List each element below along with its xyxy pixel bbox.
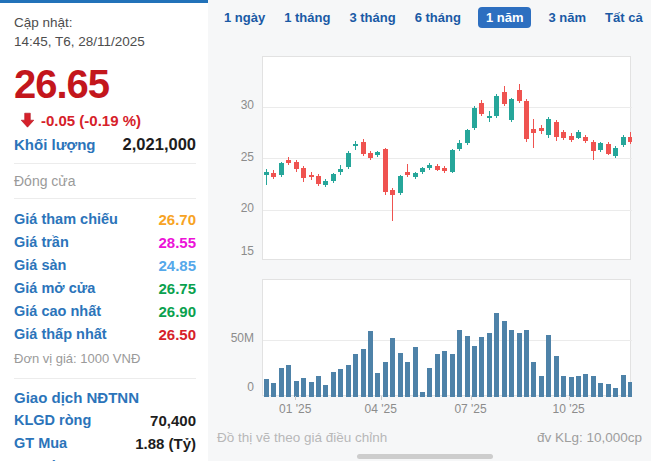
x-axis-tickmark [471,396,472,400]
volume-label: Khối lượng [14,136,96,153]
volume-unit-note: đv KLg: 10,000cp [537,430,642,445]
price-change: -0.05 (-0.19 %) [20,112,196,129]
price-axis-tick: 25 [218,150,254,164]
range-button-6-thang[interactable]: 6 tháng [413,7,463,28]
range-button-1-ngay[interactable]: 1 ngày [222,7,267,28]
price-table: Giá tham chiếu26.70Giá trần28.55Giá sàn2… [14,208,196,346]
arrow-down-icon [20,112,35,128]
x-axis-tickmark [569,396,570,400]
foreign-trading-section: Giao dịch NĐTNN KLGD ròng70,400GT Mua1.8… [14,389,196,461]
price-axis-tick: 30 [218,98,254,112]
price-unit-note: Đơn vị giá: 1000 VNĐ [14,351,196,366]
price-row-label: Giá cao nhất [14,303,101,319]
volume-plot [262,279,631,396]
price-row-gia-mo-cua: Giá mở cửa26.75 [14,277,196,300]
foreign-trading-rows: KLGD ròng70,400GT Mua1.88 (Tỷ)GT Bán2.79… [14,409,196,461]
price-row-gia-tham-chieu: Giá tham chiếu26.70 [14,208,196,231]
divider [14,378,196,379]
divider [14,198,196,199]
price-row-gia-cao-nhat: Giá cao nhất26.90 [14,300,196,323]
price-row-gia-thap-nhat: Giá thấp nhất26.50 [14,323,196,346]
price-row-label: Giá tham chiếu [14,211,118,227]
price-row-value: 26.90 [158,303,196,320]
volume-axis-tick: 0 [218,380,254,394]
volume-svg [263,280,632,397]
updated-at: Cập nhật: 14:45, T6, 28/11/2025 [14,14,196,52]
x-axis-tick: 07 '25 [441,402,501,416]
range-button-tat-ca[interactable]: Tất cả [603,7,645,28]
x-axis-tick: 01 '25 [265,402,325,416]
range-toolbar: 1 ngày1 tháng3 tháng6 tháng1 năm3 nămTất… [222,7,645,28]
volume-row: Khối lượng 2,021,000 [14,135,196,154]
adjusted-price-note: Đồ thị vẽ theo giá điều chỉnh [217,430,387,445]
price-row-label: Giá sàn [14,257,66,273]
foreign-row-gt-mua: GT Mua1.88 (Tỷ) [14,432,196,455]
volume-value: 2,021,000 [123,135,196,154]
foreign-row-klgd-rong: KLGD ròng70,400 [14,409,196,432]
last-price: 26.65 [14,64,196,104]
price-row-value: 28.55 [158,234,196,251]
price-row-value: 24.85 [158,257,196,274]
range-button-1-thang[interactable]: 1 tháng [282,7,332,28]
foreign-row-value: 1.88 (Tỷ) [135,435,196,452]
price-row-value: 26.70 [158,211,196,228]
foreign-row-label: GT Mua [14,435,67,451]
price-row-label: Giá trần [14,234,69,250]
chart-panel: 1 ngày1 tháng3 tháng6 tháng1 năm3 nămTất… [208,0,651,461]
price-row-gia-tran: Giá trần28.55 [14,231,196,254]
price-row-gia-san: Giá sàn24.85 [14,254,196,277]
x-axis-tick: 04 '25 [351,402,411,416]
candlestick-svg [263,57,632,261]
price-axis-tick: 15 [218,244,254,258]
foreign-row-gt-ban: GT Bán2.79 (Tỷ) [14,455,196,461]
updated-time: 14:45, T6, 28/11/2025 [14,33,196,52]
foreign-row-label: KLGD ròng [14,412,91,428]
updated-label: Cập nhật: [14,14,196,33]
range-toolbar-wrap: 1 ngày1 tháng3 tháng6 tháng1 năm3 nămTất… [222,7,651,28]
x-axis-tickmark [295,396,296,400]
quote-panel: Cập nhật: 14:45, T6, 28/11/2025 26.65 -0… [0,0,208,461]
price-row-value: 26.50 [158,326,196,343]
stock-widget: Cập nhật: 14:45, T6, 28/11/2025 26.65 -0… [0,0,651,461]
price-row-label: Giá mở cửa [14,280,95,296]
range-button-3-nam[interactable]: 3 năm [546,7,588,28]
price-axis-tick: 20 [218,201,254,215]
close-label: Đóng cửa [14,173,196,189]
change-value: -0.05 (-0.19 %) [41,112,141,129]
price-row-value: 26.75 [158,280,196,297]
divider [14,163,196,164]
foreign-trading-title: Giao dịch NĐTNN [14,389,196,406]
x-axis-tickmark [381,396,382,400]
range-button-3-thang[interactable]: 3 tháng [347,7,397,28]
volume-axis-tick: 50M [218,331,254,345]
candlestick-plot [262,56,631,260]
range-button-1-nam[interactable]: 1 năm [478,7,532,28]
price-row-label: Giá thấp nhất [14,326,107,342]
horizontal-scrollbar[interactable] [357,454,493,459]
x-axis-tick: 10 '25 [539,402,599,416]
foreign-row-value: 70,400 [150,412,196,429]
